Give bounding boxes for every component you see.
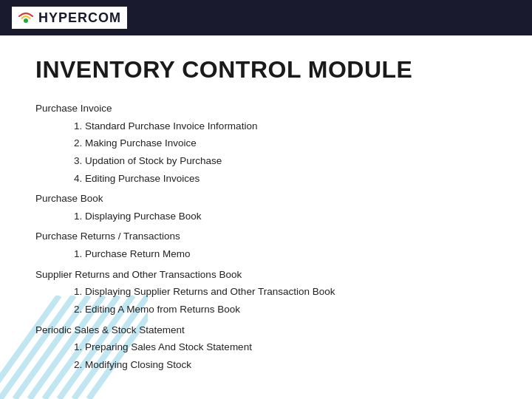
- section-supplier-returns: Supplier Returns and Other Transactions …: [35, 266, 497, 318]
- section-purchase-book: Purchase Book 1. Displaying Purchase Boo…: [35, 190, 497, 225]
- section-header-periodic-sales: Periodic Sales & Stock Statement: [35, 321, 497, 339]
- list-item: 1. Preparing Sales And Stock Statement: [74, 338, 497, 356]
- section-purchase-invoice: Purchase Invoice 1. Standard Purchase In…: [35, 100, 497, 187]
- logo-container: HYPERCOM: [12, 7, 127, 29]
- section-periodic-sales: Periodic Sales & Stock Statement 1. Prep…: [35, 321, 497, 374]
- section-header-supplier-returns: Supplier Returns and Other Transactions …: [35, 266, 497, 284]
- logo-text: HYPERCOM: [38, 10, 121, 26]
- list-item: 2. Editing A Memo from Returns Book: [74, 301, 497, 318]
- list-item: 3. Updation of Stock by Purchase: [74, 152, 497, 170]
- svg-point-0: [24, 18, 28, 23]
- main-content: INVENTORY CONTROL MODULE Purchase Invoic…: [0, 35, 532, 388]
- signal-icon: [18, 10, 34, 26]
- list-item: 1. Purchase Return Memo: [74, 245, 497, 263]
- outline-list: Purchase Invoice 1. Standard Purchase In…: [35, 100, 497, 373]
- list-item: 4. Editing Purchase Invoices: [74, 170, 497, 188]
- list-item: 2. Making Purchase Invoice: [74, 134, 497, 152]
- section-header-purchase-invoice: Purchase Invoice: [35, 100, 497, 117]
- list-item: 1. Standard Purchase Invoice Information: [74, 117, 497, 135]
- section-header-purchase-returns: Purchase Returns / Transactions: [35, 228, 497, 245]
- list-item: 2. Modifying Closing Stock: [74, 356, 497, 374]
- section-header-purchase-book: Purchase Book: [35, 190, 497, 208]
- logo-box: HYPERCOM: [12, 7, 127, 29]
- list-item: 1. Displaying Supplier Returns and Other…: [74, 283, 497, 301]
- page-title: INVENTORY CONTROL MODULE: [35, 56, 497, 83]
- header-bar: HYPERCOM: [0, 0, 532, 35]
- section-purchase-returns: Purchase Returns / Transactions 1. Purch…: [35, 228, 497, 262]
- list-item: 1. Displaying Purchase Book: [74, 208, 497, 225]
